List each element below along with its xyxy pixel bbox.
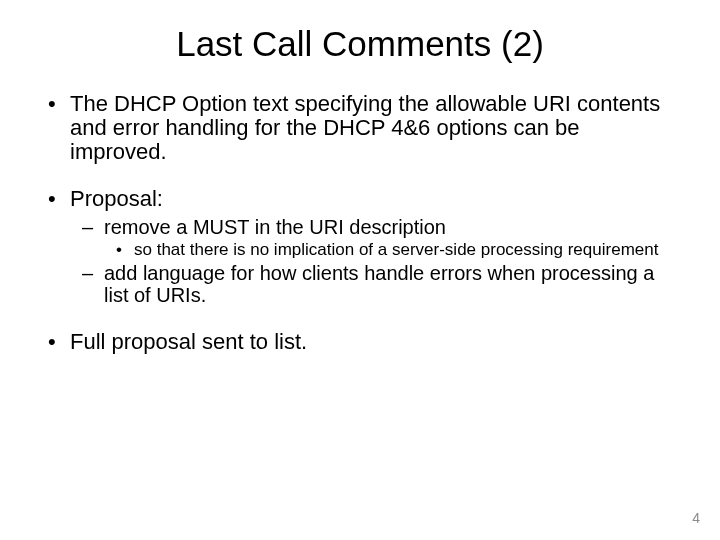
bullet-list: The DHCP Option text specifying the allo…: [40, 92, 680, 354]
sub-bullet-text: add language for how clients handle erro…: [104, 262, 654, 306]
bullet-item: Proposal: remove a MUST in the URI descr…: [40, 187, 680, 306]
bullet-item: Full proposal sent to list.: [40, 330, 680, 354]
sub-bullet-item: add language for how clients handle erro…: [70, 263, 680, 306]
sub-bullet-list: remove a MUST in the URI description so …: [70, 217, 680, 306]
bullet-item: The DHCP Option text specifying the allo…: [40, 92, 680, 163]
sub-sub-bullet-list: so that there is no implication of a ser…: [104, 241, 680, 259]
slide-title: Last Call Comments (2): [0, 0, 720, 74]
sub-bullet-text: remove a MUST in the URI description: [104, 216, 446, 238]
slide-content: The DHCP Option text specifying the allo…: [0, 74, 720, 354]
bullet-text: Full proposal sent to list.: [70, 329, 307, 354]
slide: Last Call Comments (2) The DHCP Option t…: [0, 0, 720, 540]
bullet-text: Proposal:: [70, 186, 163, 211]
sub-bullet-item: remove a MUST in the URI description so …: [70, 217, 680, 259]
sub-sub-bullet-text: so that there is no implication of a ser…: [134, 240, 658, 259]
sub-sub-bullet-item: so that there is no implication of a ser…: [104, 241, 680, 259]
bullet-text: The DHCP Option text specifying the allo…: [70, 91, 660, 164]
page-number: 4: [692, 510, 700, 526]
